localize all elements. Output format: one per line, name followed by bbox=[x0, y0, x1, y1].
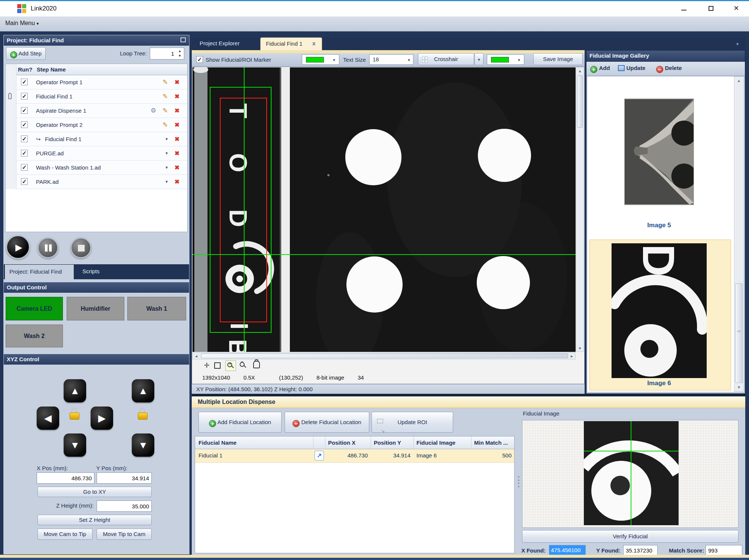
chevron-down-icon[interactable]: ▼ bbox=[165, 137, 169, 141]
match-score-input[interactable]: 993 bbox=[706, 545, 742, 556]
zoom-out-tool-icon[interactable]: − bbox=[240, 362, 245, 367]
step-row[interactable]: ✓ Operator Prompt 2 ✎ ✖ bbox=[16, 118, 187, 132]
pause-button[interactable] bbox=[37, 237, 58, 258]
z-up-button[interactable]: ▲ bbox=[132, 379, 154, 402]
splitter-handle[interactable] bbox=[518, 476, 519, 487]
text-size-dropdown[interactable]: 18 ▼ bbox=[369, 54, 413, 65]
chevron-down-icon[interactable]: ▼ bbox=[165, 165, 169, 170]
z-lock-icon[interactable] bbox=[138, 413, 148, 420]
scroll-up-icon[interactable]: ▲ bbox=[576, 69, 583, 73]
camera-led-button[interactable]: Camera LED bbox=[6, 297, 63, 320]
marker-color-dropdown[interactable]: ▼ bbox=[302, 54, 339, 65]
delete-fiducial-location-button[interactable]: − Delete Fiducial Location bbox=[285, 412, 369, 433]
save-image-button[interactable]: Save Image bbox=[533, 53, 583, 65]
play-button[interactable]: ▶ bbox=[6, 235, 30, 259]
close-button[interactable]: ✕ bbox=[728, 3, 745, 14]
wash2-button[interactable]: Wash 2 bbox=[6, 325, 63, 347]
delete-icon[interactable]: ✖ bbox=[175, 150, 179, 157]
image6-thumbnail[interactable]: D bbox=[612, 243, 707, 378]
viewer-vscrollbar[interactable]: ▲ ▼ bbox=[576, 67, 584, 352]
camera-image[interactable]: T O D I B bbox=[192, 67, 576, 352]
tab-scripts[interactable]: Scripts bbox=[75, 264, 111, 279]
scroll-down-icon[interactable]: ▼ bbox=[576, 346, 583, 350]
scroll-left-icon[interactable]: ◄ bbox=[194, 354, 198, 358]
gallery-update-button[interactable]: Update bbox=[618, 65, 645, 71]
gallery-delete-button[interactable]: − Delete bbox=[656, 65, 682, 73]
run-checkbox[interactable]: ✓ bbox=[21, 79, 28, 85]
zoom-in-tool-icon[interactable]: + bbox=[225, 360, 236, 371]
update-roi-button[interactable]: ↘ Update ROI bbox=[372, 412, 453, 433]
move-tip-to-cam-button[interactable]: Move Tip to Cam bbox=[97, 529, 152, 540]
tab-project-explorer[interactable]: Project Explorer bbox=[200, 40, 240, 46]
maximize-button[interactable] bbox=[702, 3, 719, 14]
xy-lock-icon[interactable] bbox=[70, 413, 79, 420]
tab-strip-overflow-icon[interactable]: ▾ bbox=[736, 41, 739, 47]
delete-icon[interactable]: ✖ bbox=[175, 79, 179, 86]
run-checkbox[interactable]: ✓ bbox=[21, 136, 28, 142]
gallery-add-button[interactable]: + Add bbox=[590, 65, 610, 73]
delete-icon[interactable]: ✖ bbox=[175, 107, 179, 114]
fiducial-verify-image[interactable] bbox=[584, 421, 679, 525]
add-step-button[interactable]: + Add Step bbox=[6, 47, 46, 60]
viewer-hscrollbar[interactable]: ◄ ► bbox=[192, 352, 576, 359]
x-pos-input[interactable]: 486.730 bbox=[37, 472, 94, 484]
pan-hand-tool-icon[interactable] bbox=[253, 361, 260, 368]
chevron-down-icon[interactable]: ▼ bbox=[165, 151, 169, 155]
edit-icon[interactable]: ✎ bbox=[163, 92, 168, 100]
step-row[interactable]: ✓ Aspirate Dispense 1 ⚙ ✎ ✖ bbox=[16, 104, 187, 118]
tab-fiducial-find[interactable]: Fiducial Find 1 x bbox=[260, 37, 322, 50]
stop-button[interactable] bbox=[70, 237, 91, 258]
delete-icon[interactable]: ✖ bbox=[175, 121, 179, 128]
verify-fiducial-button[interactable]: Verify Fiducial bbox=[522, 530, 739, 543]
humidifier-button[interactable]: Humidifier bbox=[67, 297, 124, 320]
run-checkbox[interactable]: ✓ bbox=[21, 164, 28, 171]
step-row[interactable]: ✓ Fiducial Find 1 ✎ ✖ bbox=[16, 89, 187, 104]
scroll-right-icon[interactable]: ► bbox=[570, 354, 574, 358]
scroll-up-icon[interactable]: ▲ bbox=[734, 79, 743, 83]
xy-down-button[interactable]: ▼ bbox=[64, 433, 86, 457]
run-checkbox[interactable]: ✓ bbox=[21, 107, 28, 114]
show-marker-checkbox[interactable]: ✓ bbox=[196, 56, 203, 63]
tab-close-icon[interactable]: x bbox=[312, 40, 315, 46]
xy-left-button[interactable]: ◀ bbox=[37, 407, 59, 430]
panel-window-icon[interactable] bbox=[181, 37, 186, 42]
viewer-vscroll-thumb[interactable] bbox=[577, 75, 583, 128]
step-row[interactable]: ✓ Operator Prompt 1 ✎ ✖ bbox=[16, 75, 187, 89]
image5-thumbnail[interactable] bbox=[624, 98, 694, 205]
run-checkbox[interactable]: ✓ bbox=[21, 121, 28, 128]
edit-icon[interactable]: ✎ bbox=[163, 121, 168, 129]
xy-up-button[interactable]: ▲ bbox=[64, 379, 86, 402]
add-fiducial-location-button[interactable]: + Add Fiducial Location bbox=[198, 412, 282, 433]
x-found-input[interactable]: 475.456100 bbox=[549, 545, 586, 556]
move-cam-to-tip-button[interactable]: Move Cam to Tip bbox=[37, 529, 93, 540]
delete-icon[interactable]: ✖ bbox=[175, 178, 179, 185]
delete-icon[interactable]: ✖ bbox=[175, 136, 179, 143]
go-to-xy-button[interactable]: Go to XY bbox=[37, 487, 152, 497]
wash1-button[interactable]: Wash 1 bbox=[127, 297, 186, 320]
xy-right-button[interactable]: ▶ bbox=[91, 407, 113, 430]
y-pos-input[interactable]: 34.914 bbox=[97, 472, 152, 484]
y-found-input[interactable]: 35.137230 bbox=[623, 545, 658, 556]
z-down-button[interactable]: ▼ bbox=[132, 433, 154, 457]
gallery-scrollbar[interactable]: ▲ ▼ bbox=[734, 76, 744, 392]
tab-project[interactable]: Project: Fiducial Find bbox=[4, 264, 74, 279]
main-menu-button[interactable]: Main Menu ▾ bbox=[5, 20, 39, 27]
delete-icon[interactable]: ✖ bbox=[175, 164, 179, 171]
rect-select-tool-icon[interactable] bbox=[214, 362, 221, 369]
run-checkbox[interactable]: ✓ bbox=[21, 150, 28, 156]
set-z-height-button[interactable]: Set Z Height bbox=[37, 515, 152, 525]
delete-icon[interactable]: ✖ bbox=[175, 93, 179, 100]
run-checkbox[interactable]: ✓ bbox=[21, 178, 28, 185]
run-checkbox[interactable]: ✓ bbox=[21, 93, 28, 100]
settings-gear-icon[interactable]: ⚙ bbox=[151, 107, 156, 115]
viewer-hscroll-thumb[interactable] bbox=[201, 353, 568, 358]
scroll-down-icon[interactable]: ▼ bbox=[734, 385, 743, 389]
loop-tree-spinner[interactable]: ▲▼ bbox=[177, 49, 183, 58]
step-row[interactable]: ✓ PURGE.ad ▼ ✖ bbox=[16, 146, 187, 161]
open-location-button[interactable]: ↗ bbox=[315, 451, 324, 460]
move-tool-icon[interactable]: ✛ bbox=[202, 361, 211, 370]
edit-icon[interactable]: ✎ bbox=[163, 78, 168, 86]
crosshair-dropdown[interactable]: ▼ bbox=[474, 53, 483, 65]
chevron-down-icon[interactable]: ▼ bbox=[165, 180, 169, 184]
edit-icon[interactable]: ✎ bbox=[163, 107, 168, 115]
